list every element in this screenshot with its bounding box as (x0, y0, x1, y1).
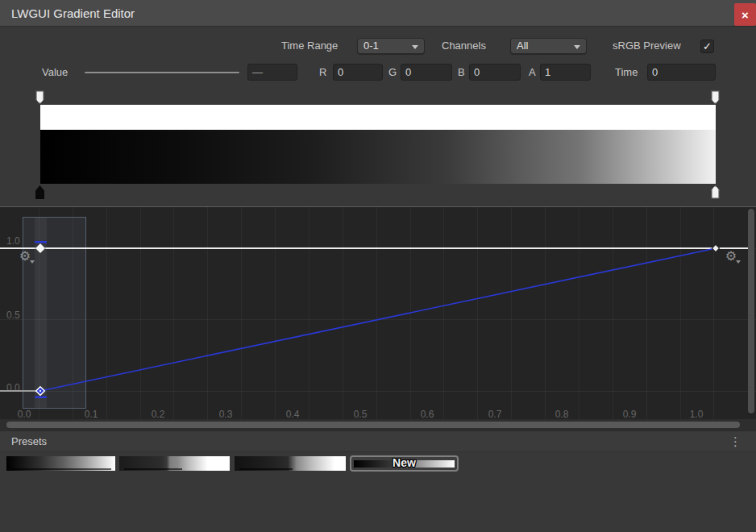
kebab-menu-icon[interactable]: ⋮ (729, 431, 741, 452)
gear-icon: ⚙ (19, 249, 31, 263)
curve-key-end[interactable] (712, 244, 719, 251)
key-settings-button-left[interactable]: ⚙ (17, 248, 33, 264)
preset-alpha-line (11, 468, 111, 470)
time-field-value: 0 (652, 66, 658, 78)
b-label: B (458, 64, 465, 81)
g-label: G (388, 64, 397, 81)
preset-swatch-new[interactable]: New (350, 455, 459, 472)
time-range-value: 0-1 (363, 39, 379, 52)
checkmark-icon: ✓ (703, 40, 712, 52)
presets-header-bar: Presets ⋮ (0, 430, 756, 452)
close-icon: × (741, 8, 749, 22)
chevron-down-icon (412, 45, 418, 49)
alpha-marker-left[interactable] (35, 90, 44, 104)
value-label: Value (42, 64, 68, 81)
srgb-preview-label: sRGB Preview (613, 38, 681, 54)
r-field[interactable]: 0 (333, 64, 383, 81)
tangent-handle[interactable] (35, 241, 47, 243)
srgb-preview-checkbox[interactable]: ✓ (700, 39, 714, 53)
b-field[interactable]: 0 (469, 64, 521, 81)
presets-title: Presets (11, 431, 47, 452)
gradient-preview-strip[interactable] (40, 130, 716, 184)
curve-editor[interactable]: 1.0 0.5 0.0 0.0 0.1 0.2 0.3 0.4 0.5 0.6 … (0, 206, 756, 419)
curve-canvas (0, 207, 756, 419)
gradient-editor-window: LWGUI Gradient Editor × Time Range 0-1 C… (0, 0, 756, 532)
vertical-scrollbar[interactable] (748, 209, 754, 415)
preset-alpha-line (124, 468, 182, 470)
preset-new-label: New (351, 456, 457, 469)
time-field[interactable]: 0 (647, 64, 716, 81)
close-button[interactable]: × (734, 3, 756, 26)
a-label: A (529, 64, 536, 81)
alpha-marker-right[interactable] (711, 90, 720, 104)
gear-icon: ⚙ (725, 249, 737, 263)
value-slider[interactable] (85, 72, 239, 73)
value-curve-line (40, 248, 716, 391)
channels-dropdown[interactable]: All (510, 38, 587, 54)
preset-swatch-3[interactable] (235, 456, 346, 471)
preset-swatch-1[interactable] (6, 456, 115, 471)
a-field-value: 1 (545, 66, 550, 78)
tangent-handle[interactable] (35, 397, 47, 399)
a-field[interactable]: 1 (540, 64, 591, 81)
horizontal-scrollbar-thumb[interactable] (6, 422, 740, 428)
chevron-down-icon (574, 45, 580, 49)
window-title: LWGUI Gradient Editor (11, 0, 135, 27)
value-field[interactable]: — (247, 64, 297, 81)
alpha-preview-strip[interactable] (40, 105, 716, 130)
g-field[interactable]: 0 (401, 64, 452, 81)
curve-key-value-start[interactable] (35, 386, 46, 397)
color-marker-right[interactable] (711, 185, 720, 199)
time-range-label: Time Range (281, 38, 338, 54)
curve-key-alpha-start[interactable] (35, 243, 46, 254)
key-settings-button-right[interactable]: ⚙ (723, 248, 739, 264)
channels-label: Channels (442, 38, 486, 54)
value-field-text: — (252, 66, 263, 78)
r-field-value: 0 (338, 66, 343, 78)
channels-value: All (517, 39, 528, 52)
time-label: Time (615, 64, 638, 81)
preset-swatch-2[interactable] (119, 456, 230, 471)
time-range-dropdown[interactable]: 0-1 (357, 38, 425, 54)
title-bar: LWGUI Gradient Editor × (0, 0, 756, 27)
preset-alpha-line (239, 468, 293, 470)
b-field-value: 0 (474, 66, 480, 78)
g-field-value: 0 (405, 66, 411, 78)
r-label: R (319, 64, 326, 81)
horizontal-scrollbar[interactable] (0, 419, 756, 430)
vertical-scrollbar-thumb[interactable] (748, 209, 754, 414)
color-marker-left[interactable] (35, 185, 44, 199)
